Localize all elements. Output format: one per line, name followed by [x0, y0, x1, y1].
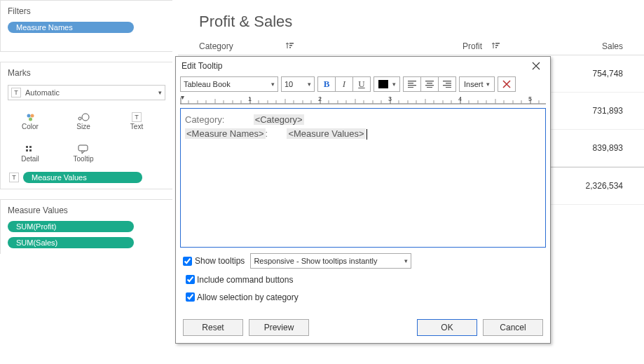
svg-rect-21	[427, 83, 432, 83]
tooltip-icon	[78, 144, 89, 155]
svg-rect-26	[443, 85, 451, 86]
svg-rect-24	[443, 81, 451, 81]
text-icon: T	[132, 112, 142, 123]
marks-size-button[interactable]: Size	[57, 105, 110, 137]
marks-header: Marks	[1, 62, 172, 82]
svg-rect-6	[29, 146, 32, 148]
cell-sales-total: 2,326,534	[560, 181, 623, 191]
svg-point-0	[27, 114, 31, 117]
bold-button[interactable]: B	[318, 77, 336, 91]
color-swatch-icon	[378, 80, 388, 88]
reset-button[interactable]: Reset	[183, 319, 243, 336]
color-icon	[25, 112, 35, 123]
clear-button[interactable]	[498, 76, 516, 92]
svg-rect-7	[26, 149, 28, 151]
svg-rect-22	[425, 85, 434, 86]
svg-rect-12	[289, 47, 291, 48]
font-family-select[interactable]: Tableau Book	[180, 76, 278, 92]
svg-rect-15	[495, 47, 497, 48]
marks-tooltip-button[interactable]: Tooltip	[57, 137, 110, 169]
ok-button[interactable]: OK	[417, 319, 477, 336]
svg-rect-9	[78, 145, 88, 151]
svg-rect-25	[446, 83, 451, 83]
size-icon	[77, 112, 90, 123]
svg-rect-14	[495, 45, 498, 46]
svg-rect-13	[495, 43, 500, 44]
font-size-select[interactable]: 10	[281, 76, 315, 92]
italic-button[interactable]: I	[336, 77, 353, 91]
svg-rect-11	[289, 45, 292, 46]
col-header-sales[interactable]: Sales	[560, 41, 623, 51]
mv-pill-sales[interactable]: SUM(Sales)	[8, 237, 134, 248]
marks-color-button[interactable]: Color	[4, 105, 57, 137]
mv-pill-profit[interactable]: SUM(Profit)	[8, 221, 134, 232]
svg-point-1	[31, 114, 34, 117]
svg-point-2	[29, 117, 32, 121]
align-left-button[interactable]	[404, 77, 421, 91]
sheet-title: Profit & Sales	[178, 0, 644, 38]
filters-header: Filters	[1, 1, 172, 20]
font-color-button[interactable]	[374, 76, 400, 92]
close-button[interactable]	[528, 59, 544, 73]
svg-rect-20	[425, 81, 434, 81]
sort-icon-profit[interactable]	[492, 41, 500, 52]
show-tooltips-checkbox[interactable]	[183, 257, 192, 266]
preview-button[interactable]: Preview	[249, 319, 309, 336]
marks-pill-measure-values[interactable]: Measure Values	[23, 172, 142, 183]
underline-button[interactable]: U	[353, 77, 370, 91]
svg-rect-18	[408, 85, 416, 86]
cell-sales-0: 754,748	[560, 69, 623, 79]
svg-rect-8	[29, 149, 32, 151]
svg-point-4	[82, 114, 89, 121]
align-right-button[interactable]	[439, 77, 455, 91]
cell-sales-1: 731,893	[560, 106, 623, 116]
cancel-button[interactable]: Cancel	[483, 319, 543, 336]
detail-icon	[25, 144, 35, 155]
svg-point-3	[78, 117, 81, 120]
text-type-icon: T	[11, 88, 21, 97]
align-center-button[interactable]	[421, 77, 439, 91]
svg-rect-16	[408, 81, 416, 81]
svg-rect-19	[408, 87, 413, 88]
svg-rect-10	[289, 43, 294, 44]
col-header-category[interactable]: Category	[199, 41, 276, 51]
tooltip-editor[interactable]: Category: <Category> <Measure Names>: <M…	[180, 108, 546, 248]
dialog-title: Edit Tooltip	[181, 61, 222, 71]
cell-sales-2: 839,893	[560, 143, 623, 153]
svg-rect-5	[26, 146, 28, 148]
insert-button[interactable]: Insert	[459, 76, 495, 92]
filter-pill-measure-names[interactable]: Measure Names	[8, 22, 134, 33]
include-command-buttons-checkbox[interactable]	[186, 275, 195, 284]
col-header-profit[interactable]: Profit	[463, 41, 482, 51]
tooltip-mode-select[interactable]: Responsive - Show tooltips instantly	[250, 253, 411, 269]
measure-values-header: Measure Values	[1, 200, 172, 220]
text-cursor	[366, 129, 367, 140]
marks-type-select[interactable]: TAutomatic	[8, 85, 165, 100]
allow-selection-checkbox[interactable]	[186, 292, 195, 302]
ruler: 1 2 3 4 5	[180, 93, 546, 108]
sort-icon-category[interactable]	[286, 41, 294, 52]
svg-rect-17	[408, 83, 413, 83]
svg-rect-23	[427, 87, 432, 88]
edit-tooltip-dialog: Edit Tooltip Tableau Book 10 B I U Inser…	[175, 56, 551, 344]
marks-text-button[interactable]: T Text	[110, 105, 163, 137]
text-shelf-icon: T	[9, 173, 19, 182]
marks-detail-button[interactable]: Detail	[4, 137, 57, 169]
svg-rect-27	[446, 87, 451, 88]
